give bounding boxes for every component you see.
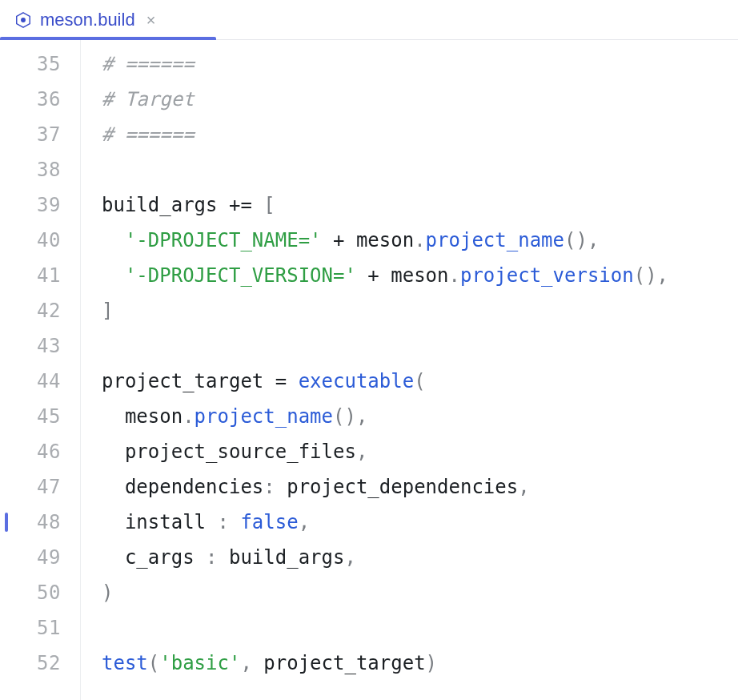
line-number: 44 [0,364,61,399]
line-number: 47 [0,469,61,505]
meson-file-icon [14,11,32,29]
line-number: 40 [0,223,61,258]
code-line[interactable]: ] [102,293,738,328]
line-number: 39 [0,187,61,223]
code-line[interactable]: project_target = executable( [102,364,738,399]
code-line[interactable]: test('basic', project_target) [102,646,738,681]
line-number: 37 [0,117,61,152]
code-line[interactable]: build_args += [ [102,187,738,223]
code-line[interactable]: # Target [102,82,738,117]
line-number: 42 [0,293,61,328]
line-number: 52 [0,646,61,681]
line-number: 41 [0,258,61,293]
code-line[interactable]: ) [102,575,738,610]
code-line[interactable]: '-DPROJECT_VERSION=' + meson.project_ver… [102,258,738,293]
tab-filename: meson.build [40,10,135,30]
code-line[interactable] [102,610,738,646]
code-area[interactable]: # ======# Target# ====== build_args += [… [80,40,738,700]
code-editor[interactable]: 353637383940414243444546474849505152 # =… [0,40,738,700]
line-number: 51 [0,610,61,646]
line-number: 49 [0,540,61,575]
line-number: 35 [0,46,61,82]
line-number: 48 [0,505,61,540]
line-number: 46 [0,434,61,469]
code-line[interactable] [102,328,738,364]
code-line[interactable]: c_args : build_args, [102,540,738,575]
line-number: 50 [0,575,61,610]
tab-meson-build[interactable]: meson.build × [0,0,170,39]
line-number: 38 [0,152,61,187]
code-line[interactable]: # ====== [102,46,738,82]
line-number: 36 [0,82,61,117]
code-line[interactable]: # ====== [102,117,738,152]
line-number: 45 [0,399,61,434]
code-line[interactable]: project_source_files, [102,434,738,469]
gutter: 353637383940414243444546474849505152 [0,40,80,700]
tab-bar: meson.build × [0,0,738,40]
code-line[interactable]: install : false, [102,505,738,540]
code-line[interactable]: dependencies: project_dependencies, [102,469,738,505]
close-icon[interactable]: × [146,12,156,28]
code-line[interactable]: meson.project_name(), [102,399,738,434]
code-line[interactable] [102,152,738,187]
svg-point-0 [21,18,26,22]
line-number: 43 [0,328,61,364]
code-line[interactable]: '-DPROJECT_NAME=' + meson.project_name()… [102,223,738,258]
